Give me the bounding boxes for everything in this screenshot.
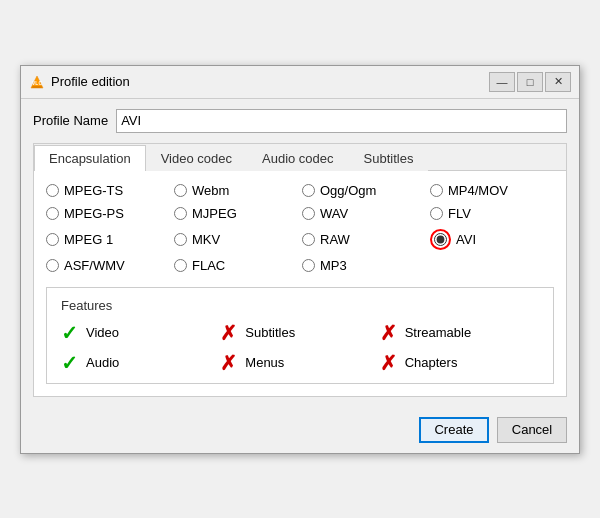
- tab-encapsulation-content: MPEG-TS Webm Ogg/Ogm MP4/MOV MPEG-PS: [34, 171, 566, 396]
- tabs-container: Encapsulation Video codec Audio codec Su…: [33, 143, 567, 397]
- window-title: Profile edition: [51, 74, 130, 89]
- tab-video-codec[interactable]: Video codec: [146, 145, 247, 171]
- cross-icon-streamable: ✗: [380, 323, 397, 343]
- footer: Create Cancel: [21, 407, 579, 453]
- avi-highlight: [430, 229, 451, 250]
- check-icon-video: ✓: [61, 323, 78, 343]
- option-mkv[interactable]: MKV: [174, 229, 298, 250]
- feature-video: ✓ Video: [61, 323, 220, 343]
- svg-text:VLC: VLC: [32, 80, 42, 86]
- profile-name-label: Profile Name: [33, 113, 108, 128]
- encapsulation-options: MPEG-TS Webm Ogg/Ogm MP4/MOV MPEG-PS: [46, 183, 554, 273]
- option-ogg-ogm[interactable]: Ogg/Ogm: [302, 183, 426, 198]
- close-button[interactable]: ✕: [545, 72, 571, 92]
- title-bar: VLC Profile edition — □ ✕: [21, 66, 579, 99]
- cross-icon-subtitles: ✗: [220, 323, 237, 343]
- option-avi[interactable]: AVI: [430, 229, 554, 250]
- features-grid: ✓ Video ✗ Subtitles ✗ Streamable: [61, 323, 539, 373]
- feature-chapters: ✗ Chapters: [380, 353, 539, 373]
- option-raw[interactable]: RAW: [302, 229, 426, 250]
- profile-name-input[interactable]: [116, 109, 567, 133]
- option-mp4-mov[interactable]: MP4/MOV: [430, 183, 554, 198]
- create-button[interactable]: Create: [419, 417, 489, 443]
- option-mpeg-1[interactable]: MPEG 1: [46, 229, 170, 250]
- feature-chapters-label: Chapters: [405, 355, 458, 370]
- tab-audio-codec[interactable]: Audio codec: [247, 145, 349, 171]
- feature-menus-label: Menus: [245, 355, 284, 370]
- feature-audio: ✓ Audio: [61, 353, 220, 373]
- option-asf-wmv[interactable]: ASF/WMV: [46, 258, 170, 273]
- features-box: Features ✓ Video ✗ Subtitles: [46, 287, 554, 384]
- feature-video-label: Video: [86, 325, 119, 340]
- feature-subtitles: ✗ Subtitles: [220, 323, 379, 343]
- profile-edition-window: VLC Profile edition — □ ✕ Profile Name E…: [20, 65, 580, 454]
- feature-audio-label: Audio: [86, 355, 119, 370]
- title-bar-left: VLC Profile edition: [29, 74, 130, 90]
- cancel-button[interactable]: Cancel: [497, 417, 567, 443]
- option-mjpeg[interactable]: MJPEG: [174, 206, 298, 221]
- option-mpeg-ts[interactable]: MPEG-TS: [46, 183, 170, 198]
- profile-name-row: Profile Name: [33, 109, 567, 133]
- option-mp3[interactable]: MP3: [302, 258, 426, 273]
- feature-streamable-label: Streamable: [405, 325, 471, 340]
- tabs-header: Encapsulation Video codec Audio codec Su…: [34, 144, 566, 171]
- vlc-icon: VLC: [29, 74, 45, 90]
- window-content: Profile Name Encapsulation Video codec A…: [21, 99, 579, 407]
- svg-rect-1: [32, 86, 42, 88]
- features-title: Features: [61, 298, 539, 313]
- feature-streamable: ✗ Streamable: [380, 323, 539, 343]
- tab-subtitles[interactable]: Subtitles: [349, 145, 429, 171]
- option-flac[interactable]: FLAC: [174, 258, 298, 273]
- feature-subtitles-label: Subtitles: [245, 325, 295, 340]
- option-webm[interactable]: Webm: [174, 183, 298, 198]
- feature-menus: ✗ Menus: [220, 353, 379, 373]
- option-flv[interactable]: FLV: [430, 206, 554, 221]
- option-mpeg-ps[interactable]: MPEG-PS: [46, 206, 170, 221]
- title-bar-buttons: — □ ✕: [489, 72, 571, 92]
- cross-icon-chapters: ✗: [380, 353, 397, 373]
- tab-encapsulation[interactable]: Encapsulation: [34, 145, 146, 171]
- option-wav[interactable]: WAV: [302, 206, 426, 221]
- cross-icon-menus: ✗: [220, 353, 237, 373]
- minimize-button[interactable]: —: [489, 72, 515, 92]
- maximize-button[interactable]: □: [517, 72, 543, 92]
- check-icon-audio: ✓: [61, 353, 78, 373]
